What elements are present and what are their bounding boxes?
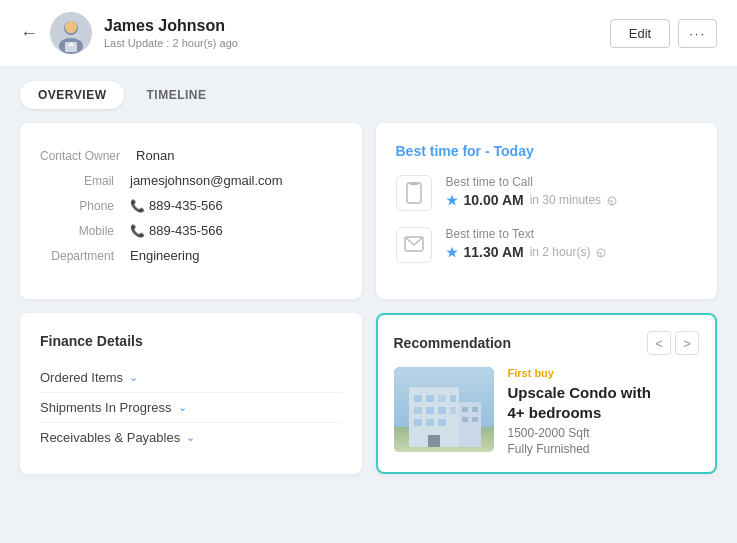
- shipments-chevron-icon: ⌄: [178, 401, 187, 414]
- svg-rect-15: [414, 395, 422, 402]
- tab-timeline[interactable]: TIMELINE: [128, 81, 224, 109]
- receivables-label: Receivables & Payables: [40, 430, 180, 445]
- ordered-items-label: Ordered Items: [40, 370, 123, 385]
- text-icon: [396, 227, 432, 263]
- text-time-row: Best time to Text ★ 11.30 AM in 2 hour(s…: [396, 227, 698, 263]
- svg-rect-21: [438, 407, 446, 414]
- text-time-info: Best time to Text ★ 11.30 AM in 2 hour(s…: [446, 227, 607, 260]
- svg-rect-9: [410, 182, 418, 185]
- orders-chevron-icon: ⌄: [129, 371, 138, 384]
- department-row: Department Engineering: [40, 243, 342, 268]
- finance-item-orders[interactable]: Ordered Items ⌄: [40, 363, 342, 393]
- call-star-icon: ★: [446, 193, 458, 208]
- tab-overview[interactable]: OVERVIEW: [20, 81, 124, 109]
- svg-rect-30: [462, 417, 468, 422]
- svg-rect-28: [462, 407, 468, 412]
- back-button[interactable]: ←: [20, 23, 38, 44]
- edit-button[interactable]: Edit: [610, 19, 670, 48]
- last-update: Last Update : 2 hour(s) ago: [104, 37, 610, 49]
- shipments-label: Shipments In Progress: [40, 400, 172, 415]
- mobile-row: Mobile 📞 889-435-566: [40, 218, 342, 243]
- department-label: Department: [40, 249, 130, 263]
- receivables-chevron-icon: ⌄: [186, 431, 195, 444]
- svg-rect-19: [414, 407, 422, 414]
- svg-rect-20: [426, 407, 434, 414]
- header: ← James Johnson Last Update : 2 hour(s) …: [0, 0, 737, 67]
- owner-label: Contact Owner: [40, 149, 136, 163]
- contact-info-card: Contact Owner Ronan Email jamesjohnson@g…: [20, 123, 362, 299]
- finance-item-shipments[interactable]: Shipments In Progress ⌄: [40, 393, 342, 423]
- rec-content: First buy Upscale Condo with 4+ bedrooms…: [394, 367, 700, 456]
- contact-name: James Johnson: [104, 17, 610, 35]
- rec-next-button[interactable]: >: [675, 331, 699, 355]
- rec-property-name: Upscale Condo with 4+ bedrooms: [508, 383, 651, 422]
- department-value: Engineering: [130, 248, 199, 263]
- call-time-value: ★ 10.00 AM in 30 minutes ◵: [446, 192, 618, 208]
- call-label: Best time to Call: [446, 175, 618, 189]
- text-time-value: ★ 11.30 AM in 2 hour(s) ◵: [446, 244, 607, 260]
- rec-image: [394, 367, 494, 452]
- svg-rect-23: [414, 419, 422, 426]
- svg-point-4: [66, 25, 76, 33]
- header-actions: Edit ···: [610, 19, 717, 48]
- rec-details: First buy Upscale Condo with 4+ bedrooms…: [508, 367, 651, 456]
- main-content: Contact Owner Ronan Email jamesjohnson@g…: [0, 109, 737, 494]
- rec-furnished: Fully Furnished: [508, 442, 651, 456]
- svg-rect-17: [438, 395, 446, 402]
- text-star-icon: ★: [446, 245, 458, 260]
- phone-row: Phone 📞 889-435-566: [40, 193, 342, 218]
- rec-navigation: < >: [647, 331, 699, 355]
- svg-rect-25: [438, 419, 446, 426]
- svg-rect-26: [428, 435, 440, 447]
- rec-prev-button[interactable]: <: [647, 331, 671, 355]
- svg-rect-31: [472, 417, 478, 422]
- call-time-info: Best time to Call ★ 10.00 AM in 30 minut…: [446, 175, 618, 208]
- mobile-value: 📞 889-435-566: [130, 223, 223, 238]
- email-value: jamesjohnson@gmail.com: [130, 173, 283, 188]
- svg-rect-8: [407, 183, 421, 203]
- finance-card: Finance Details Ordered Items ⌄ Shipment…: [20, 313, 362, 474]
- email-row: Email jamesjohnson@gmail.com: [40, 168, 342, 193]
- svg-rect-29: [472, 407, 478, 412]
- owner-row: Contact Owner Ronan: [40, 143, 342, 168]
- tabs-bar: OVERVIEW TIMELINE: [0, 67, 737, 109]
- rec-header: Recommendation < >: [394, 331, 700, 355]
- email-label: Email: [40, 174, 130, 188]
- best-time-title: Best time for - Today: [396, 143, 698, 159]
- phone-icon: 📞: [130, 199, 145, 213]
- svg-rect-16: [426, 395, 434, 402]
- text-label: Best time to Text: [446, 227, 607, 241]
- finance-title: Finance Details: [40, 333, 342, 349]
- more-button[interactable]: ···: [678, 19, 717, 48]
- mobile-icon: 📞: [130, 224, 145, 238]
- svg-rect-22: [450, 407, 456, 414]
- avatar: [50, 12, 92, 54]
- rec-title: Recommendation: [394, 335, 511, 351]
- recommendation-card: Recommendation < >: [376, 313, 718, 474]
- text-clock-icon: ◵: [596, 246, 606, 259]
- best-time-card: Best time for - Today Best time to Call …: [376, 123, 718, 299]
- call-icon: [396, 175, 432, 211]
- contact-table: Contact Owner Ronan Email jamesjohnson@g…: [40, 143, 342, 268]
- call-time-row: Best time to Call ★ 10.00 AM in 30 minut…: [396, 175, 698, 211]
- svg-rect-18: [450, 395, 456, 402]
- header-info: James Johnson Last Update : 2 hour(s) ag…: [104, 17, 610, 49]
- rec-sqft: 1500-2000 Sqft: [508, 426, 651, 440]
- rec-tag: First buy: [508, 367, 651, 379]
- owner-value: Ronan: [136, 148, 174, 163]
- phone-value: 📞 889-435-566: [130, 198, 223, 213]
- svg-rect-24: [426, 419, 434, 426]
- call-clock-icon: ◵: [607, 194, 617, 207]
- finance-item-receivables[interactable]: Receivables & Payables ⌄: [40, 423, 342, 452]
- mobile-label: Mobile: [40, 224, 130, 238]
- phone-label: Phone: [40, 199, 130, 213]
